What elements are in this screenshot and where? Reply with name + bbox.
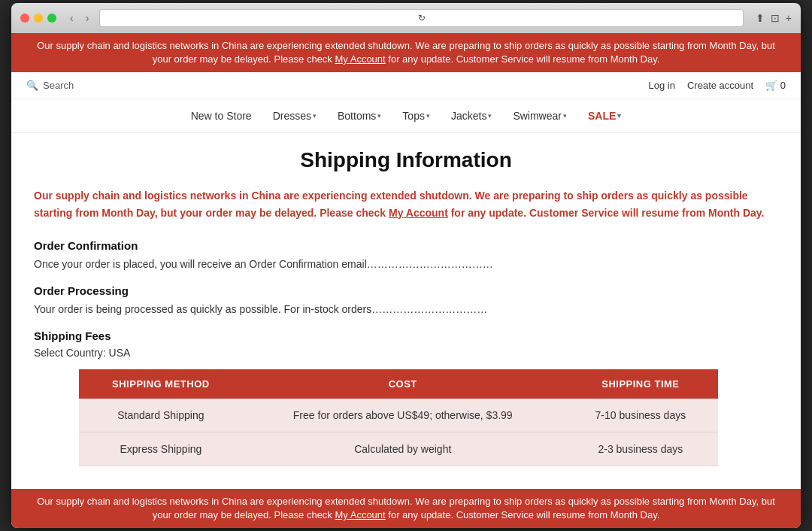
search-label[interactable]: Search xyxy=(43,80,74,91)
row1-method: Standard Shipping xyxy=(79,399,243,432)
search-icon: 🔍 xyxy=(26,80,38,91)
main-content: Shipping Information Our supply chain an… xyxy=(11,133,801,489)
row2-cost: Calculated by weight xyxy=(243,432,563,466)
close-button[interactable] xyxy=(20,14,29,23)
top-alert-text-after: for any update. Customer Service will re… xyxy=(386,53,660,65)
shipping-fees-title: Shipping Fees xyxy=(34,329,778,342)
site-header: 🔍 Search Log in Create account 🛒 0 xyxy=(11,72,801,99)
nav-item-new-to-store[interactable]: New to Store xyxy=(191,110,252,122)
forward-button[interactable]: › xyxy=(81,11,94,26)
sale-arrow-icon: ▾ xyxy=(617,112,621,120)
nav-item-jackets[interactable]: Jackets ▾ xyxy=(451,110,492,122)
browser-tools: ⬆ ⊡ + xyxy=(756,12,792,24)
jackets-arrow-icon: ▾ xyxy=(488,112,492,120)
search-area: 🔍 Search xyxy=(26,80,74,91)
row2-method: Express Shipping xyxy=(79,432,243,466)
bottom-alert-link[interactable]: My Account xyxy=(335,509,385,520)
top-alert-link[interactable]: My Account xyxy=(335,53,385,65)
row1-time: 7-10 business days xyxy=(563,399,718,432)
site-wrapper: Our supply chain and logistics networks … xyxy=(11,33,801,529)
select-country: Select Country: USA xyxy=(34,347,778,359)
browser-window: ‹ › ↻ ⬆ ⊡ + Our supply chain and logisti… xyxy=(11,3,801,529)
row1-cost: Free for orders above US$49; otherwise, … xyxy=(243,399,563,432)
bottom-alert-bar: Our supply chain and logistics networks … xyxy=(11,489,801,528)
nav-buttons: ‹ › xyxy=(65,11,93,26)
order-processing-title: Order Processing xyxy=(34,284,778,297)
col-method: SHIPPING METHOD xyxy=(79,369,243,399)
loading-icon: ↻ xyxy=(418,13,426,23)
col-time: SHIPPING TIME xyxy=(563,369,718,399)
login-link[interactable]: Log in xyxy=(649,80,675,91)
swimwear-arrow-icon: ▾ xyxy=(563,112,567,120)
bottom-alert-text-after: for any update. Customer Service will re… xyxy=(386,509,660,520)
nav-item-bottoms[interactable]: Bottoms ▾ xyxy=(338,110,381,122)
traffic-lights xyxy=(20,14,56,23)
tab-button[interactable]: ⊡ xyxy=(771,12,780,24)
bottoms-arrow-icon: ▾ xyxy=(377,112,381,120)
tops-arrow-icon: ▾ xyxy=(426,112,430,120)
nav-item-tops[interactable]: Tops ▾ xyxy=(402,110,430,122)
cart-area[interactable]: 🛒 0 xyxy=(765,80,786,91)
shipping-table: SHIPPING METHOD COST SHIPPING TIME Stand… xyxy=(79,369,718,466)
back-button[interactable]: ‹ xyxy=(65,11,78,26)
page-title: Shipping Information xyxy=(34,148,778,172)
inline-alert: Our supply chain and logistics networks … xyxy=(34,187,778,221)
order-confirmation-text: Once your order is placed, you will rece… xyxy=(34,256,778,272)
top-alert-bar: Our supply chain and logistics networks … xyxy=(11,33,801,72)
row2-time: 2-3 business days xyxy=(563,432,718,466)
fullscreen-button[interactable] xyxy=(47,14,56,23)
header-right: Log in Create account 🛒 0 xyxy=(649,80,786,91)
nav-item-dresses[interactable]: Dresses ▾ xyxy=(273,110,317,122)
nav-bar: New to Store Dresses ▾ Bottoms ▾ Tops ▾ … xyxy=(11,99,801,133)
order-processing-text: Your order is being processed as quickly… xyxy=(34,302,778,317)
new-tab-button[interactable]: + xyxy=(786,12,792,24)
order-confirmation-title: Order Confirmation xyxy=(34,239,778,252)
cart-icon: 🛒 xyxy=(765,80,777,91)
address-bar[interactable]: ↻ xyxy=(99,9,743,27)
table-row: Standard Shipping Free for orders above … xyxy=(79,399,718,432)
inline-alert-text-after: for any update. Customer Service will re… xyxy=(448,207,765,219)
nav-item-sale[interactable]: SALE ▾ xyxy=(588,110,621,122)
dresses-arrow-icon: ▾ xyxy=(313,112,317,120)
share-button[interactable]: ⬆ xyxy=(756,12,765,24)
inline-alert-link[interactable]: My Account xyxy=(389,207,448,219)
minimize-button[interactable] xyxy=(34,14,43,23)
browser-titlebar: ‹ › ↻ ⬆ ⊡ + xyxy=(11,3,801,33)
cart-count: 0 xyxy=(780,80,786,91)
nav-item-swimwear[interactable]: Swimwear ▾ xyxy=(513,110,567,122)
table-row: Express Shipping Calculated by weight 2-… xyxy=(79,432,718,466)
create-account-link[interactable]: Create account xyxy=(687,80,753,91)
col-cost: COST xyxy=(243,369,563,399)
